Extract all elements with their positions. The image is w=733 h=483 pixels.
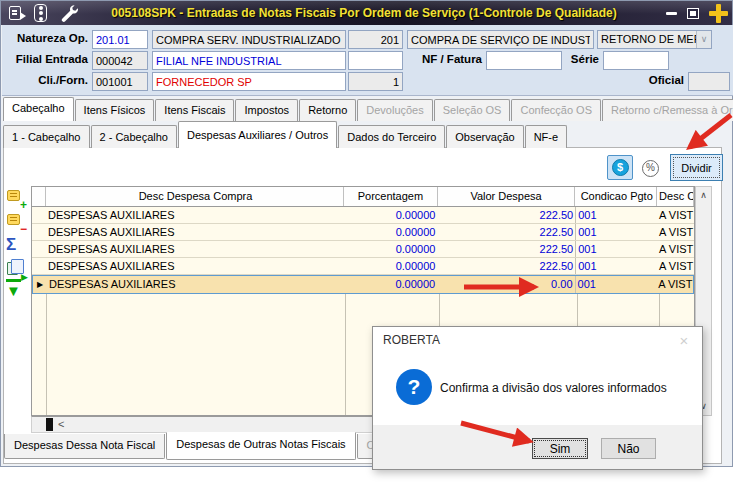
table-row[interactable]: DESPESAS AUXILIARES 0.00000 222.50 001 A… xyxy=(32,241,694,258)
cell-desc-condicao[interactable]: A VIST xyxy=(657,224,694,240)
grid-header-valor[interactable]: Valor Despesa xyxy=(438,187,576,206)
scroll-left-icon[interactable]: < xyxy=(58,417,64,432)
main-tab[interactable]: Devoluções xyxy=(357,99,432,121)
traffic-light-icon[interactable] xyxy=(34,4,47,22)
cell-desc-despesa[interactable]: DESPESAS AUXILIARES xyxy=(46,224,345,240)
scrollbar-thumb[interactable] xyxy=(46,418,53,431)
cell-desc-condicao[interactable]: A VIST xyxy=(657,258,694,274)
sub-tab-label: 1 - Cabeçalho xyxy=(12,131,81,143)
sub-tab[interactable]: 2 - Cabeçalho xyxy=(91,125,178,148)
document-export-icon[interactable] xyxy=(9,6,21,20)
main-tab[interactable]: Cabeçalho xyxy=(3,97,74,121)
cell-valor-despesa[interactable]: 222.50 xyxy=(438,258,576,274)
cell-condicao-pgto[interactable]: 001 xyxy=(575,207,657,223)
table-row[interactable]: DESPESAS AUXILIARES 0.00000 222.50 001 A… xyxy=(32,258,694,275)
delete-row-button[interactable]: − xyxy=(6,212,26,232)
sim-button[interactable]: Sim xyxy=(532,438,588,459)
cell-condicao-pgto[interactable]: 001 xyxy=(575,276,657,293)
cell-valor-despesa[interactable]: 222.50 xyxy=(438,241,576,257)
sub-tab[interactable]: Observação xyxy=(446,125,523,148)
cell-valor-despesa[interactable]: 0.00 xyxy=(438,276,575,293)
cell-porcentagem[interactable]: 0.00000 xyxy=(345,276,439,293)
cell-desc-despesa[interactable]: DESPESAS AUXILIARES xyxy=(46,258,345,274)
dollar-icon: $ xyxy=(612,159,629,176)
dialog-close-icon[interactable]: × xyxy=(674,331,694,351)
oficial-field[interactable] xyxy=(688,72,730,91)
filial-code-field[interactable] xyxy=(92,51,148,70)
wrench-icon[interactable] xyxy=(60,4,78,22)
window-title: 005108SPK - Entradas de Notas Fiscais Po… xyxy=(91,1,637,25)
main-tab[interactable]: Itens Físicos xyxy=(75,99,155,121)
maximize-icon[interactable] xyxy=(687,8,699,19)
cli-code-field[interactable] xyxy=(92,72,148,91)
cell-desc-condicao[interactable]: A VIST xyxy=(657,207,694,223)
cell-porcentagem[interactable]: 0.00000 xyxy=(345,207,439,223)
main-tab[interactable]: Impostos xyxy=(235,99,298,121)
cell-porcentagem[interactable]: 0.00000 xyxy=(345,224,439,240)
cli-forn-label: Cli./Forn. xyxy=(8,74,88,86)
scroll-up-icon[interactable]: ∧ xyxy=(696,188,711,203)
cell-desc-despesa[interactable]: DESPESAS AUXILIARES xyxy=(46,207,345,223)
tipo-operacao-dropdown[interactable]: RETORNO DE MERCAD ∨ xyxy=(597,30,712,49)
play-badge-icon: ▶ xyxy=(21,272,28,282)
main-tab[interactable]: Seleção OS xyxy=(434,99,511,121)
cell-desc-condicao[interactable]: A VIST xyxy=(656,276,693,293)
copy-rows-button[interactable]: ▶ xyxy=(6,260,26,280)
main-tab-label: Impostos xyxy=(244,104,289,116)
filial-entrada-label: Filial Entrada xyxy=(8,53,88,65)
cell-desc-despesa[interactable]: DESPESAS AUXILIARES xyxy=(47,276,345,293)
minimize-icon[interactable] xyxy=(666,12,677,15)
sub-tab[interactable]: Despesas Auxiliares / Outros xyxy=(178,121,337,148)
grid-header-marker xyxy=(32,187,46,206)
filial-desc-field[interactable] xyxy=(152,51,346,70)
grid-header-desc-cond[interactable]: Desc C xyxy=(657,187,694,206)
row-marker: ▶ xyxy=(33,276,47,293)
question-icon: ? xyxy=(396,369,432,405)
cell-porcentagem[interactable]: 0.00000 xyxy=(345,241,439,257)
sum-button[interactable]: Σ xyxy=(6,236,26,256)
natureza-num-field[interactable] xyxy=(348,30,403,49)
cell-valor-despesa[interactable]: 222.50 xyxy=(438,207,576,223)
percent-icon[interactable]: % xyxy=(642,160,659,177)
sub-tab[interactable]: NF-e xyxy=(525,125,567,148)
sub-tab-label: Dados do Terceiro xyxy=(347,131,436,143)
add-row-button[interactable]: + xyxy=(6,188,26,208)
dividir-button[interactable]: Dividir xyxy=(670,154,723,181)
natureza-desc-field[interactable] xyxy=(152,30,346,49)
dialog-title: ROBERTA xyxy=(383,333,440,347)
natureza-desc2-field[interactable] xyxy=(407,30,594,49)
grid-header-porcentagem[interactable]: Porcentagem xyxy=(344,187,438,206)
main-tab[interactable]: Itens Fiscais xyxy=(155,99,234,121)
sub-tab[interactable]: 1 - Cabeçalho xyxy=(3,125,90,148)
table-row[interactable]: DESPESAS AUXILIARES 0.00000 222.50 001 A… xyxy=(32,224,694,241)
cell-desc-despesa[interactable]: DESPESAS AUXILIARES xyxy=(46,241,345,257)
natureza-code-field[interactable] xyxy=(92,30,148,49)
aux-field[interactable] xyxy=(348,51,403,70)
cell-condicao-pgto[interactable]: 001 xyxy=(575,224,657,240)
bottom-tab[interactable]: Despesas de Outras Notas Fiscais xyxy=(166,432,355,460)
cell-valor-despesa[interactable]: 222.50 xyxy=(438,224,576,240)
main-tab[interactable]: Retorno xyxy=(299,99,356,121)
money-values-button[interactable]: $ xyxy=(607,155,633,180)
main-tab[interactable]: Retorno c/Remessa à Ordem xyxy=(602,99,733,121)
grid-header-desc[interactable]: Desc Despesa Compra xyxy=(46,187,344,206)
main-tab-label: Itens Fiscais xyxy=(164,104,225,116)
main-tab[interactable]: Confecção OS xyxy=(511,99,601,121)
table-row[interactable]: DESPESAS AUXILIARES 0.00000 222.50 001 A… xyxy=(32,207,694,224)
serie-input[interactable] xyxy=(603,51,669,70)
cell-desc-condicao[interactable]: A VIST xyxy=(657,241,694,257)
bottom-tab[interactable]: Despesas Dessa Nota Fiscal xyxy=(4,434,165,459)
close-icon[interactable] xyxy=(709,4,728,23)
cli-num-field[interactable] xyxy=(348,72,403,91)
nf-fatura-input[interactable] xyxy=(486,51,562,70)
cell-condicao-pgto[interactable]: 001 xyxy=(575,241,657,257)
main-tab-label: Itens Físicos xyxy=(84,104,146,116)
nao-button[interactable]: Não xyxy=(601,438,656,459)
cell-porcentagem[interactable]: 0.00000 xyxy=(345,258,439,274)
grid-header-condicao[interactable]: Condicao Pgto xyxy=(575,187,657,206)
go-last-row-button[interactable]: ▼ xyxy=(6,284,26,304)
table-row[interactable]: ▶ DESPESAS AUXILIARES 0.00000 0.00 001 A… xyxy=(32,275,694,294)
sub-tab[interactable]: Dados do Terceiro xyxy=(338,125,445,148)
cli-desc-field[interactable] xyxy=(152,72,346,91)
cell-condicao-pgto[interactable]: 001 xyxy=(575,258,657,274)
